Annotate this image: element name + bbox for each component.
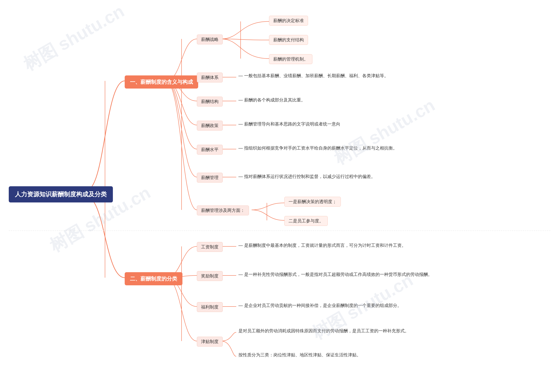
leaf-mgmt: — 指对薪酬体系运行状况进行控制和监督，以减少运行过程中的偏差。 (239, 174, 375, 179)
leaf-level: — 指组织如何根据竞争对手的工资水平给自身的薪酬水平定位，从而与之相抗衡。 (239, 145, 397, 151)
sub-node-salary-mgmt: 薪酬管理 (197, 173, 223, 183)
leaf-system: — 一般包括基本薪酬、业绩薪酬、加班薪酬、长期薪酬、福利、各类津贴等。 (239, 73, 389, 79)
sub-node-strategy-1: 薪酬的决定标准 (269, 16, 308, 26)
sub-mgmt2-2: 二是员工参与度。 (284, 216, 328, 226)
sub-node-salary-mgmt2: 薪酬管理涉及两方面： (197, 206, 249, 215)
branch-2-label: 二、薪酬制度的分类 (130, 276, 177, 282)
leaf-bonus: — 是一种补充性劳动报酬形式，一般是指对员工超额劳动或工作高绩效的一种货币形式的… (239, 272, 432, 277)
sub-node-salary-level: 薪酬水平 (197, 145, 223, 155)
branch-2-node: 二、薪酬制度的分类 (125, 272, 182, 285)
root-node: 人力资源知识薪酬制度构成及分类 (9, 186, 113, 202)
sub-node-welfare: 福利制度 (197, 302, 223, 312)
leaf-welfare: — 是企业对员工劳动贡献的一种间接补偿，是企业薪酬制度的一个重要的组成部分。 (239, 303, 402, 308)
sub-node-salary-structure: 薪酬结构 (197, 97, 223, 107)
branch-1-label: 一、薪酬制度的含义与构成 (130, 79, 193, 85)
mind-map: 树图 shutu.cn 树图 shutu.cn 树图 shutu.cn 树图 s… (0, 0, 560, 392)
leaf-subsidy2: 按性质分为三类：岗位性津贴、地区性津贴、保证生活性津贴。 (239, 352, 361, 358)
sub-node-strategy-3: 薪酬的管理机制。 (269, 54, 312, 64)
leaf-subsidy1: 是对员工额外的劳动消耗或因特殊原因而支付的劳动报酬，是员工工资的一种补充形式。 (239, 328, 409, 334)
branch-1-node: 一、薪酬制度的含义与构成 (125, 75, 198, 88)
sub-node-subsidy: 津贴制度 (197, 337, 223, 346)
leaf-wage: — 是薪酬制度中最基本的制度，工资就计量的形式而言，可分为计时工资和计件工资。 (239, 243, 406, 248)
leaf-policy: — 薪酬管理导向和基本思路的文字说明或者统一意向 (239, 121, 340, 127)
sub-node-salary-strategy: 薪酬战略 (197, 35, 223, 44)
sub-node-salary-policy: 薪酬政策 (197, 121, 223, 130)
root-label: 人力资源知识薪酬制度构成及分类 (15, 191, 107, 198)
sub-node-wage: 工资制度 (197, 242, 223, 252)
sub-mgmt2-1: 一是薪酬决策的透明度； (284, 197, 341, 206)
sub-node-salary-system: 薪酬体系 (197, 73, 223, 82)
sub-node-bonus: 奖励制度 (197, 271, 223, 281)
sub-node-strategy-2: 薪酬的支付结构 (269, 35, 308, 45)
leaf-structure: — 薪酬的各个构成部分及其比重。 (239, 97, 305, 103)
